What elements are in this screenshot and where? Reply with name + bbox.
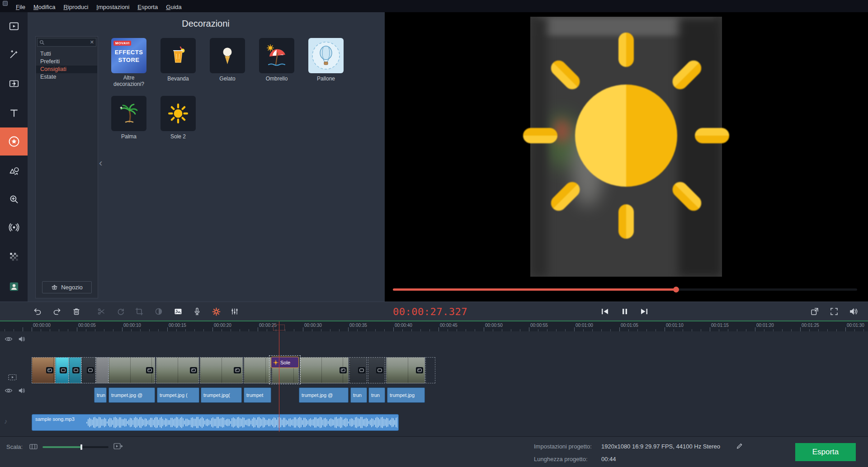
decoration-bevanda[interactable] — [160, 38, 196, 73]
video-clip[interactable] — [156, 357, 199, 383]
linked-track-icon[interactable] — [8, 374, 17, 381]
sidebar-item-transitions[interactable] — [0, 70, 28, 98]
title-clip[interactable]: trumpet.jpg( — [201, 387, 242, 403]
sidebar-item-pan-zoom[interactable] — [0, 185, 28, 213]
title-clip[interactable]: trumpet.jpg — [387, 387, 425, 403]
menu-esporta[interactable]: Esporta — [133, 3, 162, 11]
search-input[interactable] — [47, 39, 88, 46]
category-tutti[interactable]: Tutti — [36, 50, 97, 58]
sidebar-item-callouts[interactable] — [0, 157, 28, 185]
video-clip-placeholder — [425, 357, 435, 383]
sidebar-item-media[interactable] — [0, 12, 28, 40]
title-clip[interactable]: trumpet.jpg ( — [157, 387, 199, 403]
mute-track-icon[interactable] — [18, 335, 25, 343]
chroma-key-icon — [8, 251, 20, 263]
volume-button[interactable] — [846, 305, 861, 318]
title-clip[interactable]: trun — [350, 387, 367, 403]
zoom-slider-handle[interactable] — [80, 444, 82, 450]
overlay-clip-sole[interactable]: Sole — [271, 357, 299, 368]
clip-badge-icon — [358, 367, 365, 373]
video-clip[interactable] — [81, 357, 96, 383]
title-clip[interactable]: trun — [94, 387, 107, 403]
seek-bar[interactable] — [393, 288, 857, 291]
audio-clip-label: sample song.mp3 — [35, 416, 75, 422]
audio-clip[interactable]: sample song.mp3 — [32, 414, 399, 431]
decoration-gelato[interactable] — [210, 38, 245, 73]
sidebar-item-logo[interactable] — [0, 273, 28, 301]
title-clip[interactable]: trun — [368, 387, 385, 403]
sidebar-item-stabilization[interactable] — [0, 213, 28, 241]
category-estate[interactable]: Estate — [36, 73, 97, 81]
split-button[interactable] — [94, 305, 108, 318]
decoration-label: Palma — [104, 133, 154, 140]
record-audio-button[interactable] — [190, 305, 204, 318]
search-icon — [39, 40, 45, 45]
menu-riproduci[interactable]: Riproduci — [59, 3, 92, 11]
undo-button[interactable] — [30, 305, 45, 318]
menu-modifica[interactable]: Modifica — [29, 3, 59, 11]
fit-timeline-button[interactable] — [113, 442, 123, 450]
fullscreen-button[interactable] — [827, 305, 841, 318]
playhead-line[interactable] — [279, 321, 279, 331]
search-box[interactable]: ✕ — [37, 38, 96, 47]
video-clip[interactable] — [200, 357, 243, 383]
decoration-palma[interactable] — [111, 96, 146, 131]
video-clip[interactable] — [386, 357, 425, 383]
menu-guida[interactable]: Guida — [162, 3, 186, 11]
sliders-icon — [230, 307, 239, 316]
export-button[interactable]: Esporta — [795, 443, 856, 461]
crop-button[interactable] — [132, 305, 146, 318]
category-preferiti[interactable]: Preferiti — [36, 58, 97, 66]
decoration-pallone[interactable] — [308, 38, 344, 73]
highlight-conceal-button[interactable] — [171, 305, 185, 318]
module-strip — [0, 12, 28, 302]
audio-levels-button[interactable] — [227, 305, 242, 318]
collapse-panel-chevron[interactable]: ‹ — [99, 158, 102, 168]
menu-file[interactable]: File — [12, 3, 29, 11]
video-clip[interactable] — [108, 357, 155, 383]
playhead-line[interactable] — [279, 331, 279, 432]
title-clip[interactable]: trumpet.jpg @ — [108, 387, 155, 403]
sun-mini-icon — [273, 360, 278, 365]
eye-icon[interactable] — [5, 336, 13, 342]
zoom-out-button[interactable] — [29, 443, 38, 450]
title-clip[interactable]: trumpet — [244, 387, 271, 403]
clip-properties-button[interactable] — [209, 305, 223, 318]
video-clip[interactable] — [32, 357, 55, 383]
sticker-star-icon — [8, 135, 20, 148]
timeline-zoom-slider[interactable] — [42, 446, 108, 448]
video-clip[interactable] — [55, 357, 69, 383]
mute-track-icon[interactable] — [18, 387, 25, 394]
sidebar-item-stickers[interactable] — [0, 127, 28, 156]
color-adjust-button[interactable] — [151, 305, 166, 318]
menu-impostazioni[interactable]: Impostazioni — [92, 3, 133, 11]
eye-icon[interactable] — [5, 387, 13, 394]
category-consigliati[interactable]: Consigliati — [36, 66, 97, 73]
video-clip[interactable] — [96, 357, 108, 383]
previous-frame-button[interactable] — [598, 305, 612, 318]
video-clip[interactable] — [69, 357, 81, 383]
redo-button[interactable] — [50, 305, 64, 318]
sidebar-item-chroma-key[interactable] — [0, 243, 28, 271]
seek-handle[interactable] — [673, 287, 679, 292]
decoration-ombrello[interactable] — [259, 38, 294, 73]
pause-button[interactable] — [618, 305, 632, 318]
video-clip[interactable] — [349, 357, 367, 383]
video-clip[interactable] — [368, 357, 385, 383]
video-clip[interactable] — [300, 357, 349, 383]
detach-preview-button[interactable] — [807, 305, 822, 318]
pencil-icon — [736, 442, 743, 449]
decoration-effects-store[interactable]: MOVAVI EFFECTS STORE — [111, 38, 146, 73]
delete-button[interactable] — [69, 305, 84, 318]
edit-settings-button[interactable] — [736, 442, 743, 449]
timeline-ruler[interactable]: 00:00:00 00:00:05 00:00:10 00:00:15 00:0… — [0, 321, 868, 331]
video-clip[interactable] — [244, 357, 271, 383]
title-clip[interactable]: trumpet.jpg @ — [299, 387, 349, 403]
rotate-button[interactable] — [113, 305, 128, 318]
clear-search-icon[interactable]: ✕ — [90, 39, 94, 45]
store-button[interactable]: Negozio — [42, 281, 92, 293]
decoration-sole-2[interactable] — [160, 96, 196, 131]
sidebar-item-filters[interactable] — [0, 40, 28, 68]
sidebar-item-titles[interactable] — [0, 99, 28, 127]
next-frame-button[interactable] — [637, 305, 651, 318]
